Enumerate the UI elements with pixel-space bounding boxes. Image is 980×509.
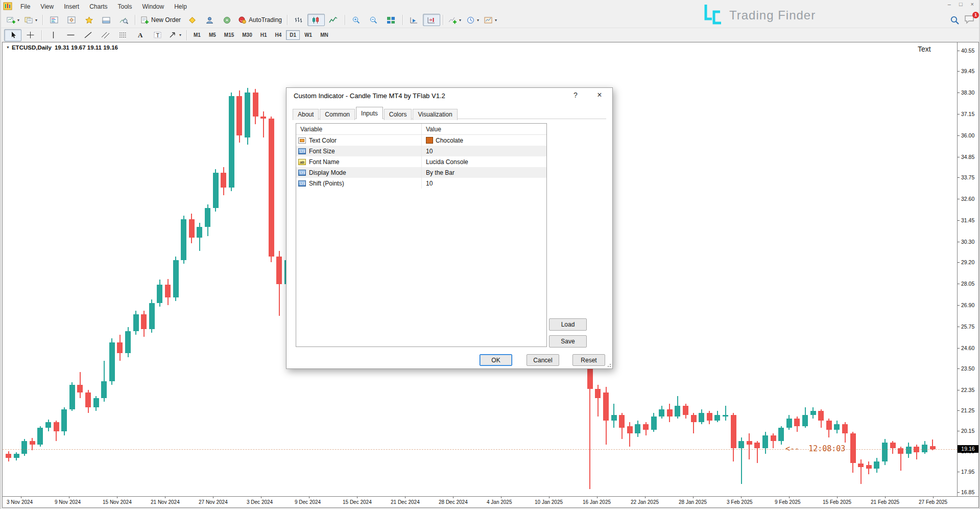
candle-body xyxy=(149,303,155,329)
menu-file[interactable]: File xyxy=(15,2,35,12)
bar-chart-button[interactable] xyxy=(290,14,307,26)
cancel-button[interactable]: Cancel xyxy=(527,354,559,366)
variable-value[interactable]: By the Bar xyxy=(426,169,455,176)
input-row-text-color[interactable]: Text ColorChocolate xyxy=(296,135,546,146)
autotrading-button[interactable]: AutoTrading xyxy=(235,14,284,26)
candle-body xyxy=(37,428,43,445)
variable-value[interactable]: Chocolate xyxy=(436,137,463,144)
time-axis[interactable]: 3 Nov 20249 Nov 202415 Nov 202421 Nov 20… xyxy=(3,496,978,507)
dropdown-caret-icon[interactable]: ▾ xyxy=(459,18,461,22)
candle-body xyxy=(810,411,816,414)
tile-windows-button[interactable] xyxy=(383,14,400,26)
fibonacci-button[interactable] xyxy=(114,29,131,41)
zoom-in-button[interactable] xyxy=(348,14,365,26)
tab-common[interactable]: Common xyxy=(320,109,355,120)
help-button[interactable]: ? xyxy=(570,91,581,99)
candle-body xyxy=(699,413,704,422)
resize-grip[interactable] xyxy=(607,363,611,367)
terminal-button[interactable] xyxy=(98,14,115,26)
timeframe-d1-button[interactable]: D1 xyxy=(286,30,300,40)
input-row-shift-points-[interactable]: 123Shift (Points)10 xyxy=(296,178,546,189)
timeframe-h4-button[interactable]: H4 xyxy=(272,30,285,40)
menu-tools[interactable]: Tools xyxy=(113,2,137,12)
horizontal-line-button[interactable] xyxy=(62,29,79,41)
text-label-icon: T xyxy=(153,31,162,39)
experts-button[interactable] xyxy=(201,14,218,26)
toolbar-separator xyxy=(287,15,288,25)
timeframe-m5-button[interactable]: M5 xyxy=(205,30,220,40)
minimize-button[interactable]: – xyxy=(948,1,951,7)
load-button[interactable]: Load xyxy=(549,318,587,331)
text-label-button[interactable]: T xyxy=(149,29,166,41)
templates-button[interactable]: ▾ xyxy=(482,14,499,26)
restore-button[interactable]: □ xyxy=(959,1,963,7)
alerts-button[interactable] xyxy=(218,14,235,26)
line-chart-button[interactable] xyxy=(325,14,342,26)
menu-view[interactable]: View xyxy=(35,2,59,12)
trendline-button[interactable] xyxy=(79,29,97,41)
close-dialog-button[interactable]: × xyxy=(594,90,605,100)
timeframe-mn-button[interactable]: MN xyxy=(317,30,332,40)
tab-colors[interactable]: Colors xyxy=(384,109,412,120)
profiles-button[interactable]: ▾ xyxy=(22,14,40,26)
tab-visualization[interactable]: Visualization xyxy=(413,109,457,120)
search-icon[interactable] xyxy=(950,15,960,26)
variable-value[interactable]: 10 xyxy=(426,148,433,155)
candle-body xyxy=(818,411,824,420)
tab-inputs[interactable]: Inputs xyxy=(356,107,383,119)
variable-value[interactable]: Lucida Console xyxy=(426,158,468,166)
candle-chart-button[interactable] xyxy=(307,14,325,26)
dropdown-caret-icon[interactable]: ▾ xyxy=(35,18,37,22)
channel-button[interactable] xyxy=(97,29,114,41)
indicators-button[interactable]: ▾ xyxy=(446,14,464,26)
arrow-tools-button[interactable]: ▾ xyxy=(166,29,184,41)
dialog-titlebar[interactable]: Custom Indicator - Candle Time MT4 by TF… xyxy=(286,88,612,103)
input-row-font-name[interactable]: abFont NameLucida Console xyxy=(296,156,546,167)
input-row-font-size[interactable]: 123Font Size10 xyxy=(296,146,546,156)
new-chart-button[interactable]: ▾ xyxy=(4,14,22,26)
dropdown-caret-icon[interactable]: ▾ xyxy=(17,18,19,22)
text-object-label[interactable]: Text xyxy=(918,45,931,53)
timeframe-m15-button[interactable]: M15 xyxy=(221,30,237,40)
save-button[interactable]: Save xyxy=(549,335,587,348)
input-row-display-mode[interactable]: 123Display ModeBy the Bar xyxy=(296,167,546,178)
vertical-line-button[interactable] xyxy=(44,29,62,41)
menu-insert[interactable]: Insert xyxy=(59,2,84,12)
periods-button[interactable]: ▾ xyxy=(464,14,482,26)
new-order-button[interactable]: New Order xyxy=(138,14,183,26)
symbol-name: ETCUSD,Daily xyxy=(12,44,52,51)
dropdown-caret-icon[interactable]: ▾ xyxy=(179,33,181,37)
date-tick xyxy=(21,497,21,498)
candle-body xyxy=(181,219,186,260)
text-button[interactable]: A xyxy=(131,29,149,41)
market-watch-button[interactable] xyxy=(45,14,63,26)
timeframe-w1-button[interactable]: W1 xyxy=(301,30,316,40)
strategy-tester-button[interactable] xyxy=(115,14,132,26)
timeframe-h1-button[interactable]: H1 xyxy=(257,30,271,40)
variable-value[interactable]: 10 xyxy=(426,180,433,187)
data-window-button[interactable] xyxy=(63,14,80,26)
reset-button[interactable]: Reset xyxy=(572,354,605,366)
navigator-button[interactable] xyxy=(80,14,98,26)
menu-help[interactable]: Help xyxy=(169,2,192,12)
auto-scroll-button[interactable] xyxy=(405,14,423,26)
price-axis[interactable]: 19.16 40.5539.4538.3037.1536.0034.8533.7… xyxy=(957,42,978,497)
timeframe-m30-button[interactable]: M30 xyxy=(238,30,255,40)
metaeditor-button[interactable] xyxy=(183,14,201,26)
candle-body xyxy=(667,409,673,417)
chart-shift-button[interactable] xyxy=(423,14,440,26)
cursor-button[interactable] xyxy=(4,29,21,41)
chat-icon[interactable]: 1 xyxy=(964,14,975,25)
zoom-out-button[interactable] xyxy=(365,14,383,26)
menu-window[interactable]: Window xyxy=(137,2,170,12)
crosshair-button[interactable] xyxy=(21,29,39,41)
dropdown-caret-icon[interactable]: ▾ xyxy=(477,18,479,22)
tab-about[interactable]: About xyxy=(293,109,319,120)
timeframe-m1-button[interactable]: M1 xyxy=(190,30,204,40)
candle-chart-icon xyxy=(312,16,320,24)
close-window-button[interactable]: × xyxy=(971,1,974,7)
dropdown-caret-icon[interactable]: ▾ xyxy=(495,18,497,22)
menu-charts[interactable]: Charts xyxy=(84,2,112,12)
candle-body xyxy=(762,435,768,449)
ok-button[interactable]: OK xyxy=(480,354,512,366)
